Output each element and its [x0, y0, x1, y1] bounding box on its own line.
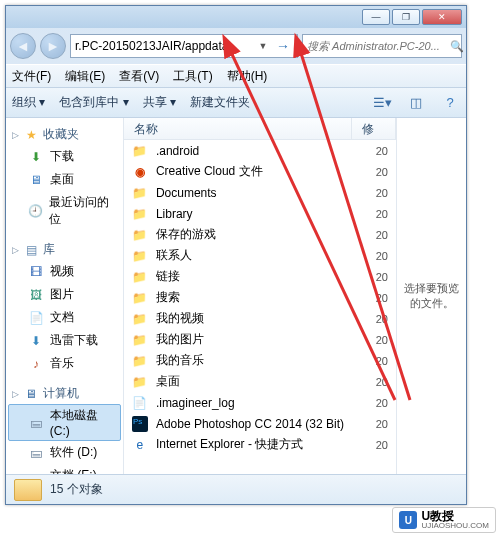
xun-icon: ⬇ — [28, 333, 44, 349]
sidebar-favorites-header[interactable]: ▷ ★ 收藏夹 — [6, 124, 123, 145]
file-name: 桌面 — [156, 373, 344, 390]
doc-icon: 📄 — [28, 310, 44, 326]
menu-edit[interactable]: 编辑(E) — [65, 68, 105, 85]
maximize-button[interactable]: ❐ — [392, 9, 420, 25]
sidebar-item[interactable]: 🖴本地磁盘 (C:) — [8, 404, 121, 441]
table-row[interactable]: 📁Library20 — [124, 203, 396, 224]
preview-pane: 选择要预览的文件。 — [396, 118, 466, 474]
close-button[interactable]: ✕ — [422, 9, 462, 25]
sidebar-computer-header[interactable]: ▷ 🖥 计算机 — [6, 383, 123, 404]
status-count: 15 个对象 — [50, 481, 103, 498]
disclosure-icon: ▷ — [12, 389, 19, 399]
forward-button[interactable]: ► — [40, 33, 66, 59]
cc-icon: ◉ — [132, 164, 148, 180]
sidebar-item[interactable]: 🕘最近访问的位 — [6, 191, 123, 231]
table-row[interactable]: 📄.imagineer_log20 — [124, 392, 396, 413]
sidebar-item[interactable]: ⬇下载 — [6, 145, 123, 168]
table-row[interactable]: 📁.android20 — [124, 140, 396, 161]
file-name: Adobe Photoshop CC 2014 (32 Bit) — [156, 417, 344, 431]
fold-icon: 📁 — [132, 185, 148, 201]
sidebar-libraries-header[interactable]: ▷ ▤ 库 — [6, 239, 123, 260]
menu-file[interactable]: 文件(F) — [12, 68, 51, 85]
sidebar: ▷ ★ 收藏夹 ⬇下载🖥桌面🕘最近访问的位 ▷ ▤ 库 🎞视频🖼图片📄文档⬇迅雷… — [6, 118, 124, 474]
folder-icon — [14, 479, 42, 501]
menu-tools[interactable]: 工具(T) — [173, 68, 212, 85]
sidebar-item[interactable]: 🎞视频 — [6, 260, 123, 283]
address-bar[interactable]: ▼ → — [70, 34, 298, 58]
sidebar-item[interactable]: ⬇迅雷下载 — [6, 329, 123, 352]
sidebar-item-label: 文档 (E:) — [50, 467, 97, 474]
table-row[interactable]: 📁我的音乐20 — [124, 350, 396, 371]
file-name: .android — [156, 144, 344, 158]
star-icon: ★ — [23, 127, 39, 143]
preview-pane-icon[interactable]: ◫ — [406, 94, 426, 112]
minimize-button[interactable]: ― — [362, 9, 390, 25]
file-modified: 20 — [352, 208, 388, 220]
file-modified: 20 — [352, 229, 388, 241]
watermark-logo: U — [399, 511, 417, 529]
file-modified: 20 — [352, 355, 388, 367]
fold-icon: 📁 — [132, 227, 148, 243]
file-modified: 20 — [352, 145, 388, 157]
table-row[interactable]: 📁保存的游戏20 — [124, 224, 396, 245]
table-row[interactable]: 📁我的视频20 — [124, 308, 396, 329]
table-row[interactable]: Adobe Photoshop CC 2014 (32 Bit)20 — [124, 413, 396, 434]
file-name: Library — [156, 207, 344, 221]
file-icon: 📄 — [132, 395, 148, 411]
new-folder-button[interactable]: 新建文件夹 — [190, 94, 250, 111]
organize-button[interactable]: 组织 ▾ — [12, 94, 45, 111]
vid-icon: 🎞 — [28, 264, 44, 280]
search-box[interactable]: 🔍 — [302, 34, 462, 58]
address-input[interactable] — [75, 36, 253, 56]
address-dropdown-icon[interactable]: ▼ — [257, 41, 269, 51]
back-button[interactable]: ◄ — [10, 33, 36, 59]
table-row[interactable]: 📁我的图片20 — [124, 329, 396, 350]
disk-icon: 🖴 — [29, 415, 44, 431]
file-modified: 20 — [352, 292, 388, 304]
menu-bar: 文件(F) 编辑(E) 查看(V) 工具(T) 帮助(H) — [6, 64, 466, 88]
menu-help[interactable]: 帮助(H) — [227, 68, 268, 85]
watermark-url: UJIAOSHOU.COM — [421, 522, 489, 530]
fold-icon: 📁 — [132, 248, 148, 264]
file-modified: 20 — [352, 187, 388, 199]
table-row[interactable]: eInternet Explorer - 快捷方式20 — [124, 434, 396, 455]
table-row[interactable]: 📁联系人20 — [124, 245, 396, 266]
help-icon[interactable]: ? — [440, 94, 460, 112]
file-modified: 20 — [352, 166, 388, 178]
fold-icon: 📁 — [132, 290, 148, 306]
table-row[interactable]: 📁链接20 — [124, 266, 396, 287]
sidebar-item-label: 音乐 — [50, 355, 74, 372]
sidebar-item-label: 桌面 — [50, 171, 74, 188]
file-name: 联系人 — [156, 247, 344, 264]
view-options-icon[interactable]: ☰▾ — [372, 94, 392, 112]
table-row[interactable]: 📁桌面20 — [124, 371, 396, 392]
table-row[interactable]: 📁搜索20 — [124, 287, 396, 308]
share-button[interactable]: 共享 ▾ — [143, 94, 176, 111]
sidebar-item[interactable]: 🖥桌面 — [6, 168, 123, 191]
sidebar-item[interactable]: 🖴软件 (D:) — [6, 441, 123, 464]
table-row[interactable]: ◉Creative Cloud 文件20 — [124, 161, 396, 182]
sidebar-item-label: 下载 — [50, 148, 74, 165]
search-input[interactable] — [307, 36, 446, 56]
favorites-label: 收藏夹 — [43, 126, 79, 143]
include-library-button[interactable]: 包含到库中 ▾ — [59, 94, 128, 111]
header-modified[interactable]: 修 — [352, 118, 396, 139]
disk-icon: 🖴 — [28, 445, 44, 461]
toolbar: 组织 ▾ 包含到库中 ▾ 共享 ▾ 新建文件夹 ☰▾ ◫ ? — [6, 88, 466, 118]
header-name[interactable]: 名称 — [124, 118, 352, 139]
fold-icon: 📁 — [132, 374, 148, 390]
computer-label: 计算机 — [43, 385, 79, 402]
sidebar-item[interactable]: ♪音乐 — [6, 352, 123, 375]
go-button[interactable]: → — [273, 36, 293, 56]
sidebar-item[interactable]: 🖴文档 (E:) — [6, 464, 123, 474]
table-row[interactable]: 📁Documents20 — [124, 182, 396, 203]
menu-view[interactable]: 查看(V) — [119, 68, 159, 85]
library-icon: ▤ — [23, 242, 39, 258]
sidebar-item[interactable]: 🖼图片 — [6, 283, 123, 306]
ie-icon: e — [132, 437, 148, 453]
file-name: Documents — [156, 186, 344, 200]
fold-icon: 📁 — [132, 206, 148, 222]
fold-icon: 📁 — [132, 311, 148, 327]
sidebar-item[interactable]: 📄文档 — [6, 306, 123, 329]
fold-icon: 📁 — [132, 269, 148, 285]
